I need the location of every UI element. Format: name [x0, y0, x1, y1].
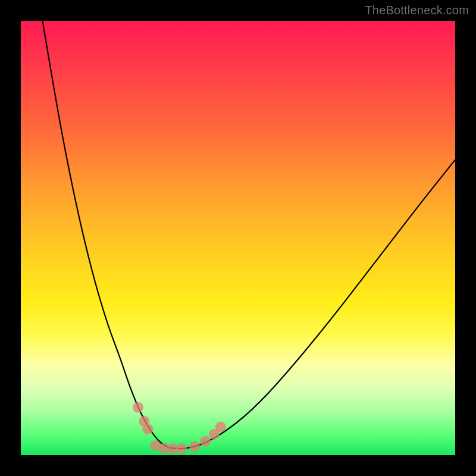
watermark-text: TheBottleneck.com — [365, 4, 469, 17]
marker-group — [133, 402, 226, 454]
data-marker — [189, 441, 200, 452]
data-marker — [133, 402, 143, 413]
data-marker — [176, 443, 187, 454]
plot-area — [21, 21, 455, 455]
bottleneck-curve — [43, 21, 456, 449]
curve-svg — [21, 21, 455, 455]
chart-frame: TheBottleneck.com — [0, 0, 476, 476]
data-marker — [142, 424, 153, 434]
data-marker — [200, 436, 211, 447]
data-marker — [215, 422, 226, 433]
